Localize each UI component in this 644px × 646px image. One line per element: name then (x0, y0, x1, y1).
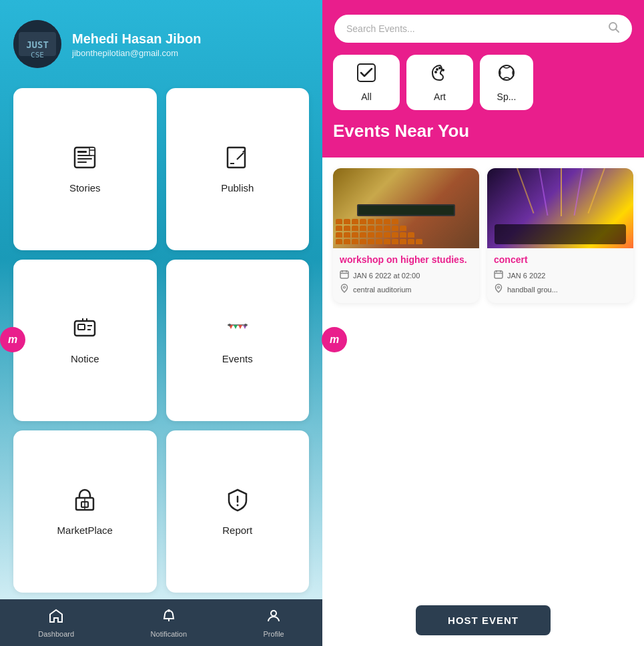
svg-text:CSE: CSE (31, 51, 44, 59)
nav-dashboard[interactable]: Dashboard (38, 608, 74, 638)
svg-rect-11 (228, 147, 245, 168)
svg-point-48 (344, 286, 346, 288)
event-date-concert: JAN 6 2022 (494, 270, 627, 281)
svg-text:JUST: JUST (26, 39, 49, 50)
dashboard-icon (48, 608, 64, 628)
nav-dashboard-label: Dashboard (38, 630, 74, 638)
svg-rect-49 (495, 271, 503, 278)
menu-card-report[interactable]: Report (166, 430, 310, 593)
svg-point-31 (236, 505, 238, 507)
event-location-concert: handball grou... (494, 284, 627, 295)
events-icon (225, 316, 250, 346)
menu-label-publish: Publish (221, 182, 254, 194)
watermark-right: m (322, 327, 347, 352)
menu-label-stories: Stories (69, 182, 101, 194)
svg-point-35 (271, 611, 276, 616)
search-icon (608, 21, 620, 36)
svg-point-42 (442, 69, 444, 71)
all-icon (356, 63, 376, 87)
location-icon (340, 284, 349, 295)
svg-point-41 (438, 67, 441, 69)
user-info: Mehedi Hasan Jibon jibonthepilotian@gmai… (72, 31, 309, 58)
category-sports-label: Sp... (497, 91, 517, 102)
menu-label-events: Events (222, 353, 253, 364)
calendar-icon-concert (494, 270, 503, 281)
nav-profile-label: Profile (264, 630, 284, 638)
event-image-concert (487, 168, 633, 248)
svg-line-12 (237, 153, 244, 159)
menu-label-notice: Notice (71, 353, 99, 364)
category-art-label: Art (434, 91, 446, 102)
bottom-nav: Dashboard Notification Profile (0, 599, 322, 646)
host-event-area: HOST EVENT (322, 595, 644, 646)
right-top-section: Search Events... All (322, 0, 644, 157)
art-icon (430, 63, 450, 87)
sports-icon (497, 63, 517, 87)
menu-card-marketplace[interactable]: MarketPlace (13, 430, 157, 593)
svg-marker-22 (234, 325, 238, 329)
category-sports[interactable]: Sp... (480, 55, 533, 110)
svg-point-25 (228, 324, 231, 326)
calendar-icon (340, 270, 349, 281)
event-card-concert[interactable]: concert JAN 6 2022 (487, 168, 633, 303)
user-email: jibonthepilotian@gmail.com (72, 48, 309, 58)
host-event-button[interactable]: HOST EVENT (416, 605, 551, 635)
menu-card-events[interactable]: Events (166, 260, 310, 422)
svg-marker-23 (238, 325, 242, 329)
user-name: Mehedi Hasan Jibon (72, 31, 309, 47)
svg-rect-9 (89, 147, 95, 155)
event-card-body-concert: concert JAN 6 2022 (487, 248, 633, 303)
stories-icon (72, 145, 97, 176)
user-header: JUST CSE Mehedi Hasan Jibon jibonthepilo… (0, 0, 322, 81)
category-all[interactable]: All (333, 55, 400, 110)
right-panel: Search Events... All (322, 0, 644, 646)
menu-card-stories[interactable]: Stories (13, 88, 157, 250)
menu-card-publish[interactable]: Publish (166, 88, 310, 250)
svg-rect-7 (77, 158, 92, 159)
svg-point-34 (168, 609, 170, 612)
notification-icon (161, 608, 177, 628)
event-card-workshop[interactable]: workshop on higher studies. JAN 6 2022 a… (333, 168, 479, 303)
publish-icon (225, 145, 250, 176)
category-art[interactable]: Art (406, 55, 473, 110)
menu-grid: Stories Publish (0, 81, 322, 599)
location-icon-concert (494, 284, 503, 295)
event-location-workshop: central auditorium (340, 284, 472, 295)
menu-card-notice[interactable]: Notice (13, 260, 157, 422)
svg-point-53 (498, 286, 500, 288)
nav-profile[interactable]: Profile (264, 608, 284, 638)
left-panel: JUST CSE Mehedi Hasan Jibon jibonthepilo… (0, 0, 322, 646)
svg-rect-8 (77, 162, 87, 163)
events-near-title: Events Near You (333, 121, 633, 141)
event-cards-row: workshop on higher studies. JAN 6 2022 a… (333, 168, 633, 303)
category-all-label: All (361, 91, 372, 102)
event-date-workshop: JAN 6 2022 at 02:00 (340, 270, 472, 281)
avatar: JUST CSE (13, 20, 61, 68)
event-location-text-workshop: central auditorium (353, 286, 411, 294)
svg-rect-15 (78, 324, 85, 330)
menu-label-report: Report (222, 525, 252, 536)
notice-icon (72, 316, 97, 346)
watermark-left: m (0, 327, 25, 352)
event-date-text-concert: JAN 6 2022 (507, 272, 545, 280)
svg-point-26 (244, 324, 247, 326)
nav-notification[interactable]: Notification (151, 608, 187, 638)
svg-rect-5 (77, 151, 87, 153)
search-bar[interactable]: Search Events... (333, 13, 633, 44)
category-row: All Art (333, 55, 633, 110)
event-card-body-workshop: workshop on higher studies. JAN 6 2022 a… (333, 248, 479, 303)
search-placeholder: Search Events... (346, 23, 608, 34)
event-date-text-workshop: JAN 6 2022 at 02:00 (353, 272, 420, 280)
marketplace-icon (72, 487, 97, 518)
events-list: workshop on higher studies. JAN 6 2022 a… (322, 157, 644, 595)
svg-line-37 (616, 29, 619, 33)
report-icon (225, 487, 250, 518)
nav-notification-label: Notification (151, 630, 187, 638)
event-image-workshop (333, 168, 479, 248)
profile-icon (266, 608, 282, 628)
event-title-workshop: workshop on higher studies. (340, 254, 472, 266)
svg-rect-44 (340, 271, 348, 278)
svg-point-39 (434, 71, 437, 73)
event-title-concert: concert (494, 254, 627, 266)
event-location-text-concert: handball grou... (507, 286, 558, 294)
